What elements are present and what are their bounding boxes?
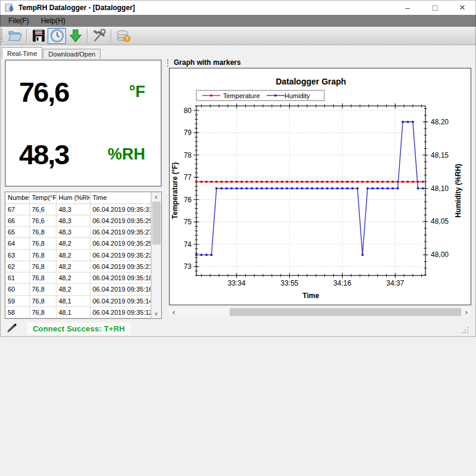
svg-text:Temperature (°F): Temperature (°F) (171, 162, 179, 219)
status-message: Connect Success: T+RH (27, 322, 130, 335)
connect-button[interactable]: ? (114, 28, 132, 44)
scroll-up-icon[interactable]: ∧ (152, 192, 161, 202)
clock-icon (50, 29, 64, 43)
table-row[interactable]: 6376,848,206.04.2019 09:35:23 (5, 249, 151, 261)
scroll-right-icon[interactable]: › (462, 308, 471, 317)
table-row[interactable]: 6676,648,306.04.2019 09:35:29 (5, 215, 151, 226)
tab-download-open[interactable]: Download/Open (43, 49, 101, 59)
humidity-value: 48,3 (19, 138, 68, 171)
svg-text:?: ? (125, 36, 128, 42)
readings-table-panel: NumberTemp(°F)Hum (%RH)Time 6776,648,306… (5, 192, 162, 319)
datalogger-chart: 737475767778798048,0048,0548,1048,1548,2… (170, 68, 471, 305)
menu-help[interactable]: Help(H) (35, 15, 71, 27)
humidity-readout: 48,3 %RH (6, 123, 161, 186)
table-row[interactable]: 6576,848,306.04.2019 09:35:27 (5, 227, 151, 238)
temperature-value: 76,6 (19, 76, 68, 108)
toolbar-separator (87, 29, 87, 43)
title-bar: TempRH Datalogger - [Datalogger] – □ × (0, 0, 476, 15)
svg-text:Humidity (%RH): Humidity (%RH) (454, 164, 462, 218)
table-row[interactable]: 6476,848,206.04.2019 09:35:25 (5, 238, 151, 249)
table-row[interactable]: 6276,848,206.04.2019 09:35:21 (5, 261, 151, 272)
tab-real-time[interactable]: Real-Time (2, 47, 42, 59)
graph-hscrollbar-thumb[interactable] (230, 308, 461, 316)
toolbar-separator (111, 29, 111, 43)
save-button[interactable] (29, 28, 48, 44)
readings-table-body: 6776,648,306.04.2019 09:35:316676,648,30… (5, 203, 151, 318)
svg-text:48,15: 48,15 (431, 151, 449, 159)
table-scrollbar-thumb[interactable] (152, 202, 161, 245)
folder-icon (8, 29, 22, 42)
maximize-button[interactable]: □ (421, 0, 449, 15)
column-header[interactable]: Temp(°F) (29, 192, 56, 203)
svg-text:Datalogger Graph: Datalogger Graph (275, 77, 346, 86)
app-icon (5, 3, 14, 12)
column-header[interactable]: Hum (%RH) (56, 192, 90, 203)
realtime-button[interactable] (48, 28, 66, 44)
svg-text:77: 77 (184, 173, 192, 181)
svg-text:80: 80 (184, 107, 192, 115)
svg-text:33:34: 33:34 (228, 279, 246, 287)
svg-text:79: 79 (184, 129, 192, 137)
svg-text:34:16: 34:16 (333, 279, 351, 287)
svg-text:Time: Time (303, 292, 320, 300)
table-scrollbar[interactable]: ∧ ∨ (151, 192, 161, 318)
svg-text:74: 74 (184, 240, 192, 249)
app-window: TempRH Datalogger - [Datalogger] – □ × F… (0, 0, 476, 476)
tab-strip: Real-Time Download/Open (2, 47, 101, 59)
realtime-readout-panel: 76,6 °F 48,3 %RH (5, 60, 162, 187)
table-row[interactable]: 6176,848,206.04.2019 09:35:18 (5, 273, 151, 284)
menu-bar: File(F) Help(H) (0, 15, 476, 27)
svg-text:48,05: 48,05 (431, 217, 449, 226)
table-row[interactable]: 5976,848,106.04.2019 09:35:14 (5, 295, 151, 306)
svg-text:48,20: 48,20 (431, 118, 449, 126)
svg-text:73: 73 (184, 262, 192, 271)
graph-panel-title: Graph with markers (174, 58, 241, 67)
svg-text:48,00: 48,00 (431, 250, 449, 259)
close-button[interactable]: × (449, 0, 476, 15)
svg-text:76: 76 (184, 196, 192, 204)
table-row[interactable]: 6076,848,206.04.2019 09:35:16 (5, 284, 151, 295)
status-bar: Connect Success: T+RH (0, 320, 476, 337)
toolbar-separator (26, 29, 27, 43)
graph-splitter-grip[interactable] (167, 59, 168, 67)
scroll-left-icon[interactable]: ‹ (169, 308, 178, 317)
table-row[interactable]: 5876,848,106.04.2019 09:35:12 (5, 306, 151, 318)
svg-text:48,10: 48,10 (431, 184, 449, 193)
window-title: TempRH Datalogger - [Datalogger] (18, 4, 135, 12)
svg-text:Temperature: Temperature (223, 92, 260, 99)
download-arrow-icon (68, 29, 83, 43)
pen-icon (6, 323, 18, 334)
open-button[interactable] (5, 28, 24, 44)
toolbar-grip[interactable] (1, 29, 4, 42)
column-header[interactable]: Time (90, 192, 151, 203)
svg-text:34:37: 34:37 (386, 279, 404, 287)
temperature-readout: 76,6 °F (6, 61, 161, 123)
table-header-row: NumberTemp(°F)Hum (%RH)Time (5, 192, 151, 203)
svg-text:75: 75 (184, 218, 192, 226)
toolbar: ? (0, 27, 476, 45)
humidity-unit: %RH (108, 145, 145, 164)
scroll-down-icon[interactable]: ∨ (152, 309, 161, 318)
resize-grip[interactable] (461, 326, 469, 334)
chart-container: 737475767778798048,0048,0548,1048,1548,2… (169, 68, 471, 305)
menu-file[interactable]: File(F) (2, 15, 35, 27)
database-help-icon: ? (115, 29, 131, 43)
readings-table: NumberTemp(°F)Hum (%RH)Time 6776,648,306… (5, 192, 151, 318)
settings-button[interactable] (90, 28, 108, 44)
minimize-button[interactable]: – (394, 0, 421, 15)
svg-text:33:55: 33:55 (281, 279, 299, 287)
svg-text:78: 78 (184, 151, 192, 159)
tools-icon (92, 29, 107, 43)
temperature-unit: °F (129, 83, 145, 101)
download-button[interactable] (66, 28, 84, 44)
column-header[interactable]: Number (5, 192, 29, 203)
svg-text:Humidity: Humidity (284, 92, 310, 99)
table-row[interactable]: 6776,648,306.04.2019 09:35:31 (5, 203, 151, 215)
graph-hscrollbar[interactable]: ‹ › (169, 308, 471, 317)
save-floppy-icon (32, 29, 45, 42)
